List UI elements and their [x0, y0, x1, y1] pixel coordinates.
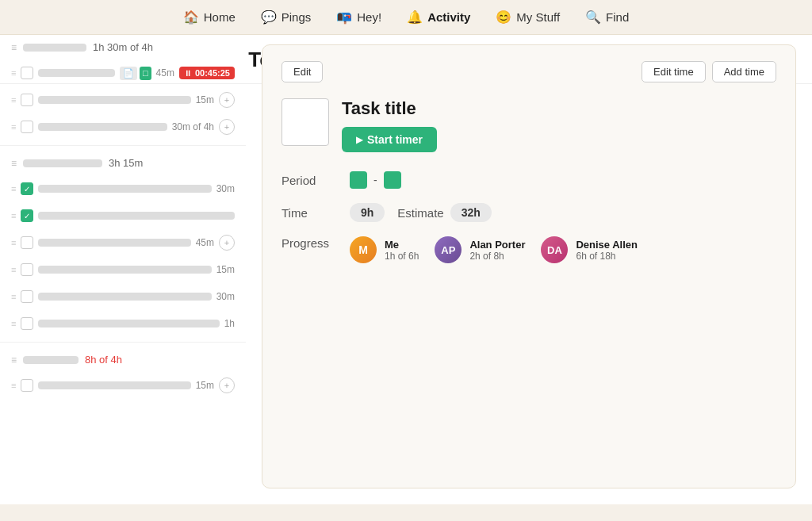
drag-handle-6[interactable]: ≡ — [11, 238, 16, 247]
period-dash: - — [373, 174, 377, 186]
section-3-header: ≡ 8h of 4h — [0, 347, 246, 372]
drag-handle-8[interactable]: ≡ — [11, 292, 16, 301]
avatar-me: M — [350, 236, 377, 263]
add-time-button[interactable]: Add time — [712, 61, 776, 82]
checkbox-2[interactable] — [21, 94, 33, 106]
todo-row-2: ≡ 15m + — [0, 86, 246, 113]
todo-row-7: ≡ 15m — [0, 256, 246, 283]
period-row: Period - — [282, 171, 776, 189]
pause-icon: ⏸ — [184, 69, 192, 78]
checkbox-4[interactable]: ✓ — [21, 182, 33, 195]
nav-find[interactable]: 🔍 Find — [585, 10, 629, 25]
home-icon: 🏠 — [183, 10, 199, 25]
nav-hey[interactable]: 📭 Hey! — [336, 10, 381, 25]
todo-row-1: ≡ 📄 □ 45m ⏸ 00:45:25 — [0, 59, 246, 86]
checkbox-8[interactable] — [21, 290, 33, 303]
add-time-circle-10[interactable]: + — [219, 377, 235, 393]
checkbox-7[interactable] — [21, 263, 33, 276]
task-detail-panel: Edit Edit time Add time Task title ▶ Sta… — [262, 44, 796, 488]
todo-bar-7 — [38, 266, 211, 274]
checkbox-1[interactable] — [21, 67, 33, 79]
checkbox-10[interactable] — [21, 379, 33, 392]
note-icon-btn[interactable]: 📄 — [120, 67, 137, 80]
todo-time-6: 45m — [196, 237, 214, 248]
add-time-circle-2[interactable]: + — [219, 92, 235, 108]
todo-row-10: ≡ 15m + — [0, 372, 246, 399]
todo-bar-1 — [38, 69, 115, 77]
timer-icon-btn[interactable]: □ — [140, 67, 151, 80]
avatar-me-initials: M — [358, 243, 368, 256]
nav-activity-label: Activity — [427, 10, 470, 24]
active-timer-badge[interactable]: ⏸ 00:45:25 — [179, 67, 235, 79]
todo-bar-9 — [38, 320, 219, 328]
drag-handle-section2[interactable]: ≡ — [11, 158, 17, 169]
avatar-denise: DA — [541, 236, 568, 263]
section-2-header: ≡ 3h 15m — [0, 151, 246, 175]
todo-bar-5 — [38, 212, 235, 220]
drag-handle-section3[interactable]: ≡ — [11, 354, 17, 366]
task-content: Task title ▶ Start timer — [282, 98, 776, 152]
nav-activity[interactable]: 🔔 Activity — [407, 10, 470, 25]
time-value: 9h — [350, 203, 385, 222]
checkbox-3[interactable] — [21, 121, 33, 133]
estimate-value: 32h — [450, 203, 492, 222]
progress-row: Progress M Me 1h of 6h AP — [282, 236, 776, 263]
todo-row-6: ≡ 45m + — [0, 229, 246, 256]
todo-time-9: 1h — [224, 318, 235, 329]
period-value: - — [350, 171, 401, 189]
drag-handle-5[interactable]: ≡ — [11, 211, 16, 220]
todo-bar-8 — [38, 293, 211, 301]
section-3-time: 8h of 4h — [85, 354, 122, 366]
todo-list-panel: ≡ 1h 30m of 4h ≡ 📄 □ 45m ⏸ 00:45:25 ≡ 15… — [0, 35, 246, 504]
person-me-name: Me — [385, 239, 419, 251]
period-label: Period — [282, 174, 337, 187]
period-end-button[interactable] — [384, 171, 401, 189]
nav-home[interactable]: 🏠 Home — [183, 10, 236, 25]
add-time-circle-6[interactable]: + — [219, 235, 235, 251]
person-denise-time: 6h of 18h — [576, 251, 638, 262]
timer-value: 00:45:25 — [195, 68, 230, 78]
task-thumbnail — [282, 98, 329, 146]
drag-handle-4[interactable]: ≡ — [11, 184, 16, 193]
drag-handle-2[interactable]: ≡ — [11, 95, 16, 105]
period-start-button[interactable] — [350, 171, 367, 189]
add-time-circle-3[interactable]: + — [219, 119, 235, 135]
person-me: M Me 1h of 6h — [350, 236, 419, 263]
checkbox-5[interactable]: ✓ — [21, 209, 33, 222]
nav-pings[interactable]: 💬 Pings — [261, 10, 312, 25]
person-alan: AP Alan Porter 2h of 8h — [435, 236, 525, 263]
panel-toolbar: Edit Edit time Add time — [282, 61, 776, 82]
divider-2 — [0, 342, 246, 343]
start-timer-button[interactable]: ▶ Start timer — [342, 127, 437, 152]
estimate-label: Estimate — [397, 206, 443, 220]
drag-handle-9[interactable]: ≡ — [11, 319, 16, 328]
section-1-header: ≡ 1h 30m of 4h — [0, 35, 246, 59]
drag-handle-3[interactable]: ≡ — [11, 122, 16, 132]
play-icon: ▶ — [356, 135, 362, 145]
time-label: Time — [282, 206, 337, 220]
checkbox-9[interactable] — [21, 317, 33, 330]
person-alan-info: Alan Porter 2h of 8h — [469, 239, 525, 262]
edit-button[interactable]: Edit — [282, 61, 323, 82]
checkbox-6[interactable] — [21, 236, 33, 249]
todo-row-8: ≡ 30m — [0, 283, 246, 310]
edit-time-button[interactable]: Edit time — [642, 61, 706, 82]
drag-handle-section1[interactable]: ≡ — [11, 42, 17, 53]
person-alan-name: Alan Porter — [469, 239, 525, 251]
activity-icon: 🔔 — [407, 10, 423, 25]
navigation: 🏠 Home 💬 Pings 📭 Hey! 🔔 Activity 😊 My St… — [0, 0, 812, 35]
nav-mystuff[interactable]: 😊 My Stuff — [496, 10, 560, 25]
todo-bar-2 — [38, 96, 190, 104]
avatar-denise-initials: DA — [547, 244, 562, 256]
person-me-time: 1h of 6h — [385, 251, 419, 262]
todo-time-2: 15m — [196, 94, 214, 105]
todo-bar-3 — [38, 123, 167, 131]
progress-label: Progress — [282, 236, 337, 250]
time-value-group: 9h Estimate 32h — [350, 203, 492, 222]
drag-handle-10[interactable]: ≡ — [11, 381, 16, 390]
nav-mystuff-label: My Stuff — [516, 10, 560, 24]
drag-handle-7[interactable]: ≡ — [11, 265, 16, 274]
hey-icon: 📭 — [336, 10, 352, 25]
section-1-bar — [23, 44, 86, 52]
drag-handle-1[interactable]: ≡ — [11, 68, 16, 78]
